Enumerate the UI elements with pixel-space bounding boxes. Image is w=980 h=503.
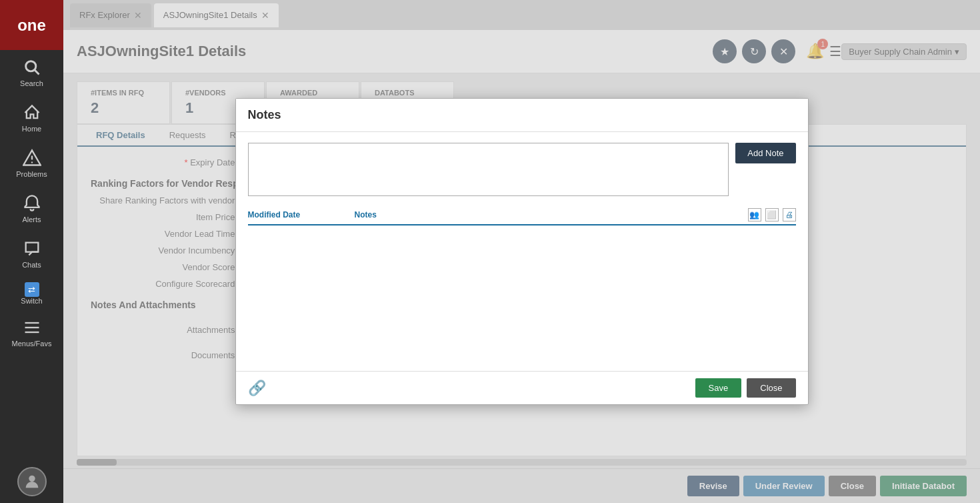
add-note-button[interactable]: Add Note	[735, 143, 795, 163]
table-people-icon[interactable]: 👥	[748, 208, 761, 221]
note-input-row: Add Note	[248, 143, 796, 196]
bell-icon	[23, 194, 41, 213]
sidebar: one Search Home Problems Alerts	[0, 0, 63, 503]
col-modified-date: Modified Date	[248, 210, 355, 219]
svg-line-1	[35, 70, 39, 74]
sidebar-item-search[interactable]: Search	[0, 50, 63, 95]
notes-table-body	[248, 225, 796, 359]
col-notes: Notes	[355, 210, 748, 219]
svg-point-3	[31, 161, 32, 163]
sidebar-item-label: Search	[20, 79, 43, 87]
modal-save-button[interactable]: Save	[695, 378, 742, 398]
notes-table-header: Modified Date Notes 👥 ⬜ 🖨	[248, 205, 796, 225]
sidebar-bottom	[17, 467, 47, 503]
sidebar-item-home[interactable]: Home	[0, 95, 63, 141]
menu-icon	[23, 318, 41, 337]
table-header-icons: 👥 ⬜ 🖨	[748, 208, 796, 221]
app-logo[interactable]: one	[0, 0, 63, 50]
home-icon	[23, 103, 41, 122]
sidebar-item-problems[interactable]: Problems	[0, 141, 63, 186]
sidebar-item-label: Alerts	[22, 215, 41, 223]
table-print-icon[interactable]: 🖨	[783, 208, 796, 221]
modal-overlay: Notes Add Note Modified Date Notes 👥 ⬜ 🖨…	[63, 0, 980, 503]
svg-point-7	[29, 476, 35, 482]
sidebar-item-label: Chats	[22, 261, 41, 269]
switch-icon: ⇄	[25, 282, 39, 297]
modal-close-button[interactable]: Close	[747, 378, 795, 398]
user-avatar-icon	[23, 472, 41, 491]
sidebar-item-menus[interactable]: Menus/Favs	[0, 310, 63, 356]
sidebar-item-label: Switch	[21, 297, 42, 305]
modal-body: Add Note Modified Date Notes 👥 ⬜ 🖨	[236, 132, 808, 371]
svg-point-0	[25, 61, 35, 71]
notes-modal: Notes Add Note Modified Date Notes 👥 ⬜ 🖨…	[235, 98, 809, 405]
note-textarea[interactable]	[248, 143, 729, 196]
avatar[interactable]	[17, 467, 47, 496]
table-copy-icon[interactable]: ⬜	[765, 208, 779, 221]
warning-icon	[23, 149, 41, 167]
sidebar-item-alerts[interactable]: Alerts	[0, 186, 63, 231]
sidebar-item-switch[interactable]: ⇄ Switch	[0, 277, 63, 310]
sidebar-item-chats[interactable]: Chats	[0, 231, 63, 277]
footer-help-icon[interactable]: 🔗	[248, 380, 266, 397]
sidebar-item-label: Menus/Favs	[12, 340, 52, 348]
modal-title: Notes	[236, 99, 808, 132]
sidebar-item-label: Problems	[16, 170, 47, 178]
chat-icon	[23, 239, 41, 258]
search-icon	[23, 58, 41, 77]
modal-footer: 🔗 Save Close	[236, 371, 808, 404]
sidebar-item-label: Home	[22, 125, 41, 133]
